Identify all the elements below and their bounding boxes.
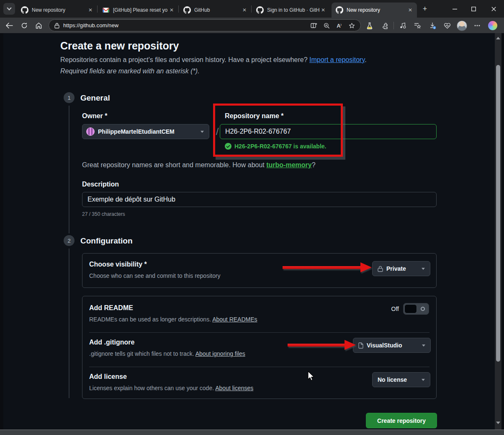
close-icon[interactable]: ✕	[87, 7, 94, 13]
tab-new-repository-active[interactable]: New repository ✕	[332, 3, 417, 18]
extensions-button[interactable]	[378, 20, 391, 31]
import-repository-link[interactable]: Import a repository	[309, 56, 365, 63]
availability-text: H26-2P6-R02-676767 is available.	[234, 143, 326, 150]
tab-new-repository-1[interactable]: New repository ✕	[17, 3, 97, 18]
tab-title: [GitHub] Please reset yo	[113, 7, 168, 13]
availability-message: H26-2P6-R02-676767 is available.	[225, 143, 326, 150]
name-suggestion: Great repository names are short and mem…	[82, 161, 316, 169]
download-icon	[429, 22, 436, 29]
toggle-state-label: Off	[391, 306, 399, 312]
minimize-button[interactable]	[445, 0, 464, 18]
gitignore-select[interactable]: VisualStudio	[353, 338, 431, 353]
description-label: Description	[82, 181, 119, 188]
split-screen-icon	[311, 23, 317, 28]
license-value: No license	[378, 376, 407, 383]
media-controls-button[interactable]	[396, 20, 409, 31]
license-subtitle: Licenses explain how others can use your…	[89, 385, 253, 391]
read-aloud-button[interactable]: A⁾	[333, 20, 345, 31]
stepper-line	[69, 249, 69, 398]
row-divider	[89, 332, 429, 333]
toggle-knob	[404, 304, 417, 313]
tab-gmail[interactable]: [GitHub] Please reset yo ✕	[98, 3, 178, 18]
close-icon[interactable]: ✕	[320, 7, 327, 13]
character-counter: 27 / 350 characters	[82, 211, 125, 217]
ellipsis-icon	[474, 25, 480, 26]
profile-avatar[interactable]	[456, 20, 468, 31]
url-text[interactable]: https://github.com/new	[63, 22, 118, 28]
home-button[interactable]	[33, 20, 44, 31]
description-input[interactable]	[82, 192, 437, 207]
tab-divider	[97, 5, 98, 13]
home-icon	[35, 22, 42, 29]
license-select[interactable]: No license	[372, 372, 430, 387]
puzzle-icon	[381, 22, 388, 29]
readme-toggle[interactable]	[403, 303, 429, 315]
turbo-memory-link[interactable]: turbo-memory	[266, 161, 311, 168]
close-icon[interactable]: ✕	[168, 7, 175, 13]
suggestion-text: Great repository names are short and mem…	[82, 161, 266, 168]
page-title: Create a new repository	[60, 40, 179, 52]
scroll-down-button[interactable]	[495, 419, 501, 426]
about-ignoring-files-link[interactable]: About ignoring files	[195, 350, 245, 357]
tab-github[interactable]: GitHub ✕	[179, 3, 251, 18]
visibility-value: Private	[386, 265, 406, 272]
lock-icon	[54, 23, 59, 28]
visibility-title: Choose visibility *	[89, 261, 147, 268]
scrollbar[interactable]	[495, 33, 501, 430]
owner-avatar	[86, 127, 95, 136]
section-general-title: General	[80, 93, 110, 103]
gmail-icon	[102, 6, 110, 14]
triangle-down-icon	[496, 422, 500, 424]
license-subtitle-text: Licenses explain how others can use your…	[89, 385, 215, 391]
lab-flask-button[interactable]	[363, 20, 376, 31]
magnifier-plus-icon	[324, 23, 330, 29]
tab-divider	[251, 5, 252, 13]
readme-subtitle-text: READMEs can be used as longer descriptio…	[89, 316, 212, 323]
file-icon	[358, 342, 363, 349]
tab-sign-in[interactable]: Sign in to GitHub · GitHu ✕	[252, 3, 330, 18]
toggle-off-icon	[421, 307, 425, 311]
collections-button[interactable]	[411, 20, 424, 31]
github-new-repo-page: Create a new repository Repositories con…	[3, 33, 495, 430]
tab-strip: New repository ✕ [GitHub] Please reset y…	[0, 0, 504, 18]
tab-divider	[178, 5, 179, 13]
create-repository-button[interactable]: Create repository	[366, 413, 437, 428]
back-button[interactable]	[3, 20, 15, 31]
tab-search-button[interactable]	[3, 3, 15, 15]
tab-title: Sign in to GitHub · GitHu	[267, 7, 320, 13]
about-readmes-link[interactable]: About READMEs	[212, 316, 257, 323]
toolbar-divider	[393, 22, 394, 29]
more-options-button[interactable]	[471, 20, 483, 31]
close-window-button[interactable]	[483, 0, 504, 18]
refresh-button[interactable]	[18, 20, 30, 31]
repo-name-input[interactable]	[220, 124, 437, 139]
scroll-thumb[interactable]	[496, 65, 500, 362]
downloads-button[interactable]	[426, 20, 439, 31]
favorite-star-button[interactable]	[345, 20, 358, 31]
address-bar[interactable]: https://github.com/new A⁾	[49, 19, 361, 31]
stepper-line	[69, 106, 69, 233]
about-licenses-link[interactable]: About licenses	[215, 385, 253, 391]
close-icon[interactable]: ✕	[241, 7, 248, 13]
owner-label: Owner *	[82, 112, 107, 120]
new-tab-button[interactable]: +	[419, 4, 430, 15]
browser-essentials-button[interactable]	[441, 20, 453, 31]
github-icon	[336, 6, 343, 14]
split-screen-button[interactable]	[308, 20, 320, 31]
gitignore-value: VisualStudio	[367, 342, 402, 349]
maximize-icon	[471, 7, 476, 11]
zoom-button[interactable]	[320, 20, 333, 31]
step-2-badge: 2	[64, 235, 75, 246]
triangle-up-icon	[496, 37, 500, 39]
section-configuration-title: Configuration	[80, 236, 133, 246]
heart-pulse-icon	[444, 23, 451, 29]
visibility-select[interactable]: Private	[372, 261, 430, 276]
maximize-button[interactable]	[464, 0, 483, 18]
owner-select[interactable]: PhilippeMartelEtudiantCEM	[82, 124, 209, 139]
copilot-button[interactable]	[487, 20, 499, 31]
scroll-up-button[interactable]	[495, 35, 501, 41]
page-intro: Repositories contain a project's files a…	[60, 56, 367, 64]
back-icon	[5, 23, 13, 28]
close-icon[interactable]: ✕	[407, 7, 414, 13]
music-note-icon	[399, 22, 406, 29]
